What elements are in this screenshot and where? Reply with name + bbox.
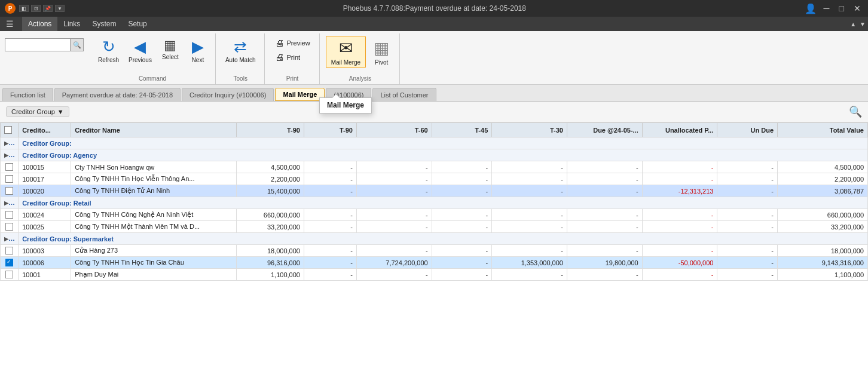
- table-row[interactable]: 100006 Công Ty TNHH Tin Học Tin Gia Châu…: [1, 257, 868, 269]
- row-due: -: [567, 245, 642, 257]
- tab-payment-overdue[interactable]: Payment overdue at date: 24-05-2018: [54, 88, 181, 101]
- row-undue: -: [717, 173, 778, 185]
- row-t90a: 15,400,000: [236, 185, 304, 197]
- row-t60: -: [356, 161, 432, 173]
- table-row[interactable]: 100020 Công Ty TNHH Điện Tử An Ninh 15,4…: [1, 185, 868, 197]
- refresh-icon: ↻: [102, 38, 115, 56]
- table-row[interactable]: 100024 Công Ty TNHH Công Nghệ An Ninh Vi…: [1, 209, 868, 221]
- group-label: Creditor Group: Agency: [19, 149, 868, 161]
- menu-item-actions[interactable]: Actions: [22, 17, 57, 31]
- refresh-button[interactable]: ↻ Refresh: [94, 36, 123, 66]
- title-icon-1[interactable]: ◧: [19, 5, 29, 12]
- tab-mail-merge[interactable]: Mail Merge: [275, 88, 325, 101]
- row-creditor-code: 100024: [19, 209, 71, 221]
- expand-icon[interactable]: ▶: [4, 140, 8, 146]
- table-row[interactable]: 100003 Cửa Hàng 273 18,000,000 - - - - -…: [1, 245, 868, 257]
- row-check-cell[interactable]: [1, 209, 19, 221]
- row-checkbox[interactable]: [5, 187, 13, 195]
- row-creditor-name: Công Ty TNHH Tin Học Viễn Thông An...: [71, 173, 237, 185]
- header-unalloc: Unallocated P...: [642, 123, 717, 137]
- row-checkbox[interactable]: [5, 223, 13, 231]
- row-t60: -: [356, 185, 432, 197]
- row-check-cell[interactable]: [1, 257, 19, 269]
- row-check-cell[interactable]: [1, 269, 19, 281]
- row-total: 3,086,787: [778, 185, 868, 197]
- tab-creditor-inquiry[interactable]: Creditor Inquiry (#100006): [182, 88, 274, 101]
- pivot-button[interactable]: ▦ Pivot: [368, 36, 395, 68]
- row-check-cell[interactable]: [1, 221, 19, 233]
- maximize-button[interactable]: □: [837, 4, 846, 13]
- menu-expand[interactable]: ▲ ▼: [850, 21, 866, 27]
- row-t30: -: [492, 161, 567, 173]
- preview-icon: 🖨: [275, 38, 284, 48]
- row-checkbox[interactable]: [5, 271, 13, 278]
- table-row[interactable]: 100015 Cty TNHH Son Hoangw qw 4,500,000 …: [1, 161, 868, 173]
- row-t45: -: [432, 257, 492, 269]
- header-t45: T-45: [432, 123, 492, 137]
- group-row[interactable]: ▶ Creditor Group: Supermarket: [1, 233, 868, 245]
- expand-icon[interactable]: ▶: [4, 152, 8, 158]
- filter-arrow-icon: ▼: [57, 108, 64, 115]
- row-undue: -: [717, 245, 778, 257]
- row-unalloc: -: [642, 269, 717, 281]
- previous-button[interactable]: ◀ Previous: [125, 36, 155, 66]
- print-button[interactable]: 🖨 Print: [271, 50, 314, 64]
- close-button[interactable]: ✕: [851, 4, 863, 13]
- title-icon-3[interactable]: 📌: [43, 5, 53, 12]
- refresh-label: Refresh: [98, 57, 119, 63]
- next-button[interactable]: ▶ Next: [185, 36, 210, 66]
- preview-button[interactable]: 🖨 Preview: [271, 36, 314, 50]
- row-t90a: 18,000,000: [236, 245, 304, 257]
- row-checkbox[interactable]: [5, 163, 13, 171]
- title-icon-4[interactable]: ▼: [55, 5, 65, 12]
- row-check-cell[interactable]: [1, 185, 19, 197]
- table-row[interactable]: 10001 Phạm Duy Mai 1,100,000 - - - - - -…: [1, 269, 868, 281]
- tab-hash100006[interactable]: (#100006): [326, 88, 371, 101]
- group-row[interactable]: ▶ Creditor Group:: [1, 137, 868, 149]
- group-label: Creditor Group: Supermarket: [19, 233, 868, 245]
- row-creditor-code: 100006: [19, 257, 71, 269]
- row-check-cell[interactable]: [1, 161, 19, 173]
- row-t90a: 96,316,000: [236, 257, 304, 269]
- creditor-group-filter[interactable]: Creditor Group ▼: [6, 106, 69, 117]
- row-check-cell[interactable]: [1, 173, 19, 185]
- search-button[interactable]: 🔍: [71, 38, 84, 51]
- row-total: 33,200,000: [778, 221, 868, 233]
- tools-group: ⇄ Auto Match Tools: [217, 33, 265, 84]
- title-icon-2[interactable]: ⊡: [31, 5, 41, 12]
- mail-merge-button[interactable]: ✉ Mail Merge: [326, 36, 366, 68]
- expand-icon[interactable]: ▶: [4, 200, 8, 206]
- group-row[interactable]: ▶ Creditor Group: Retail: [1, 197, 868, 209]
- menu-item-links[interactable]: Links: [57, 17, 86, 31]
- row-t30: -: [492, 173, 567, 185]
- row-t30: -: [492, 245, 567, 257]
- select-button[interactable]: ▦ Select: [158, 36, 183, 63]
- header-check[interactable]: [1, 123, 19, 137]
- hamburger-menu[interactable]: ☰: [2, 19, 17, 29]
- menu-item-setup[interactable]: Setup: [122, 17, 152, 31]
- menu-item-system[interactable]: System: [86, 17, 122, 31]
- row-unalloc: -12,313,213: [642, 185, 717, 197]
- group-row[interactable]: ▶ Creditor Group: Agency: [1, 149, 868, 161]
- row-creditor-name: Phạm Duy Mai: [71, 269, 237, 281]
- header-checkbox[interactable]: [4, 126, 12, 134]
- tab-function-list[interactable]: Function list: [2, 88, 53, 101]
- row-checkbox[interactable]: [5, 175, 13, 183]
- tab-list-customer[interactable]: List of Customer: [372, 88, 436, 101]
- search-input[interactable]: [5, 38, 71, 51]
- row-unalloc: -: [642, 221, 717, 233]
- expand-icon[interactable]: ▶: [4, 236, 8, 242]
- row-checkbox[interactable]: [5, 259, 13, 266]
- header-creditor-name: Creditor Name: [71, 123, 237, 137]
- row-creditor-code: 100025: [19, 221, 71, 233]
- row-checkbox[interactable]: [5, 211, 13, 219]
- tab-label-payment-overdue: Payment overdue at date: 24-05-2018: [62, 91, 173, 99]
- auto-match-button[interactable]: ⇄ Auto Match: [222, 36, 259, 66]
- filter-search-icon[interactable]: 🔍: [849, 105, 862, 118]
- table-row[interactable]: 100017 Công Ty TNHH Tin Học Viễn Thông A…: [1, 173, 868, 185]
- row-checkbox[interactable]: [5, 247, 13, 255]
- minimize-button[interactable]: ─: [821, 4, 832, 13]
- table-row[interactable]: 100025 Công Ty TNHH Một Thành Viên TM và…: [1, 221, 868, 233]
- row-total: 18,000,000: [778, 245, 868, 257]
- row-check-cell[interactable]: [1, 245, 19, 257]
